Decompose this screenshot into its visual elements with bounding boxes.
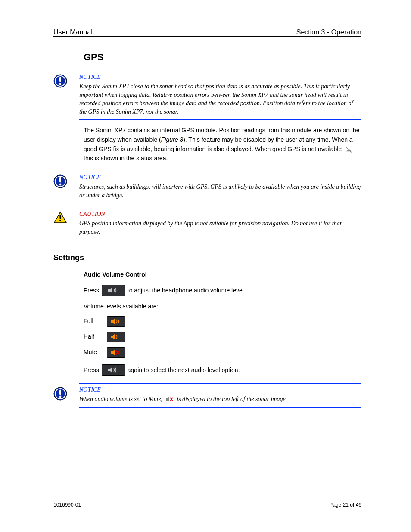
header-right: Section 3 - Operation (296, 28, 361, 36)
svg-point-3 (59, 83, 62, 85)
notice-icon (53, 387, 67, 408)
list-item: Full (84, 316, 361, 327)
notice-icon (53, 174, 67, 203)
header-left: User Manual (53, 28, 93, 36)
volume-levels-intro: Volume levels available are: (84, 302, 361, 311)
mute-status-icon (166, 396, 174, 403)
caution-text: GPS position information displayed by th… (79, 219, 361, 236)
svg-rect-2 (59, 77, 61, 82)
notice-block-mute: NOTICE When audio volume is set to Mute,… (53, 383, 361, 408)
volume-half-icon (107, 332, 125, 342)
no-gps-satellite-icon (345, 146, 353, 153)
audio-step-press-again: Press again to select the next audio lev… (84, 364, 361, 376)
svg-point-23 (59, 396, 62, 398)
page-footer: 1016990-01 Page 21 of 46 (53, 501, 361, 508)
notice-block-gps-position: NOTICE Keep the Sonim XP7 close to the s… (53, 71, 361, 120)
svg-marker-13 (108, 287, 112, 293)
audio-outro-a: Press (84, 367, 99, 373)
subsection-heading-audio: Audio Volume Control (84, 271, 361, 278)
svg-marker-16 (111, 349, 115, 355)
volume-mute-icon (107, 347, 125, 358)
svg-rect-11 (59, 215, 61, 219)
caution-label: CAUTION (79, 211, 361, 218)
gps-body-paragraph: The Sonim XP7 contains an internal GPS m… (84, 126, 361, 163)
header-rule (53, 36, 361, 37)
volume-button-icon (102, 364, 125, 376)
volume-level-label: Full (84, 317, 103, 326)
caution-block-navigation: CAUTION GPS position information display… (53, 208, 361, 240)
section-heading-gps: GPS (84, 52, 361, 63)
notice-label: NOTICE (79, 174, 361, 181)
section-heading-settings: Settings (53, 253, 361, 262)
notice-label: NOTICE (79, 74, 361, 81)
notice-block-structures: NOTICE Structures, such as buildings, wi… (53, 171, 361, 203)
volume-full-icon (107, 316, 125, 327)
notice-icon (53, 74, 67, 120)
audio-step-press: Press to adjust the headphone audio volu… (84, 285, 361, 296)
svg-point-9 (59, 184, 62, 186)
page-header: User Manual Section 3 - Operation (53, 28, 361, 36)
notice-text: Structures, such as buildings, will inte… (79, 183, 361, 199)
svg-point-4 (349, 151, 350, 152)
volume-level-label: Half (84, 332, 103, 342)
svg-marker-15 (111, 334, 115, 340)
svg-marker-24 (166, 397, 169, 402)
svg-rect-22 (59, 390, 61, 395)
audio-outro-b: again to select the next audio level opt… (128, 367, 240, 373)
audio-press-a: Press (84, 287, 99, 294)
footer-left: 1016990-01 (53, 502, 81, 508)
svg-rect-8 (59, 177, 61, 183)
list-item: Half (84, 332, 361, 342)
audio-press-b: to adjust the headphone audio volume lev… (128, 287, 246, 294)
svg-marker-19 (108, 367, 112, 373)
caution-icon (53, 211, 67, 240)
volume-levels-list: Full Half Mute (84, 316, 361, 358)
volume-level-label: Mute (84, 348, 103, 357)
notice3-text-a: When audio volume is set to Mute, (79, 396, 164, 402)
gps-body-part-c: this is shown in the status area. (84, 155, 168, 162)
notice3-text-b: is displayed to the top left of the sona… (177, 396, 287, 402)
footer-right: Page 21 of 46 (329, 502, 361, 508)
list-item: Mute (84, 347, 361, 358)
svg-point-12 (59, 220, 61, 221)
notice-label: NOTICE (79, 386, 361, 393)
volume-button-icon (102, 285, 125, 296)
notice-text: When audio volume is set to Mute, is dis… (79, 395, 361, 404)
svg-marker-14 (111, 318, 115, 324)
notice-text: Keep the Sonim XP7 close to the sonar he… (79, 82, 361, 116)
